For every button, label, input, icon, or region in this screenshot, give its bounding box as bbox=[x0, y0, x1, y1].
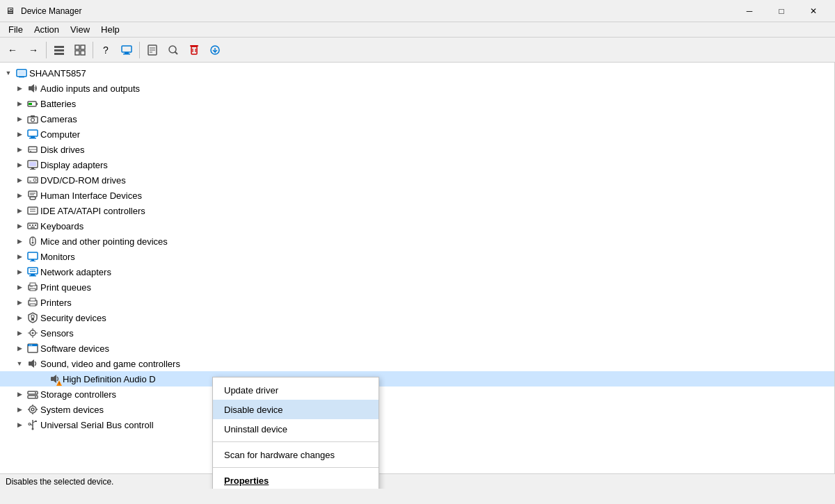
toolbar-back[interactable]: ← bbox=[3, 40, 22, 60]
tree-usb-expand[interactable] bbox=[14, 419, 25, 430]
tree-item-cameras[interactable]: Cameras bbox=[0, 111, 834, 127]
tree-software-label: Software devices bbox=[40, 343, 109, 354]
context-menu-properties[interactable]: Properties bbox=[213, 471, 379, 489]
tree-computer-label: Computer bbox=[40, 129, 80, 140]
tree-root-icon bbox=[16, 67, 27, 79]
tree-item-keyboards[interactable]: Keyboards bbox=[0, 218, 834, 234]
tree-audio-expand[interactable] bbox=[14, 83, 25, 94]
tree-dvd-expand[interactable] bbox=[14, 174, 25, 186]
svg-rect-64 bbox=[28, 268, 38, 274]
svg-rect-63 bbox=[30, 261, 35, 261]
tree-display-expand[interactable] bbox=[14, 159, 25, 170]
svg-rect-75 bbox=[30, 304, 35, 306]
toolbar-forward[interactable]: → bbox=[24, 40, 43, 60]
tree-dvd-icon bbox=[27, 174, 38, 186]
tree-item-network[interactable]: Network adapters bbox=[0, 264, 834, 279]
tree-display-label: Display adapters bbox=[40, 160, 108, 170]
context-menu-update-driver[interactable]: Update driver bbox=[213, 380, 379, 400]
tree-network-expand[interactable] bbox=[14, 266, 25, 277]
menu-view[interactable]: View bbox=[65, 23, 95, 36]
toolbar-show-hide[interactable] bbox=[49, 40, 69, 60]
tree-sensors-expand[interactable] bbox=[14, 327, 25, 339]
context-menu-scan-hardware[interactable]: Scan for hardware changes bbox=[213, 445, 379, 464]
svg-rect-32 bbox=[31, 115, 35, 117]
tree-computer-expand[interactable] bbox=[14, 129, 25, 140]
context-menu: Update driver Disable device Uninstall d… bbox=[212, 377, 379, 489]
tree-software-icon bbox=[27, 343, 38, 354]
tree-keyboards-expand[interactable] bbox=[14, 220, 25, 231]
tree-item-security[interactable]: Security devices bbox=[0, 310, 834, 325]
svg-rect-46 bbox=[29, 191, 37, 197]
tree-item-ide[interactable]: IDE ATA/ATAPI controllers bbox=[0, 203, 834, 218]
tree-item-software[interactable]: Software devices bbox=[0, 341, 834, 356]
maximize-button[interactable]: □ bbox=[765, 0, 797, 22]
tree-item-mice[interactable]: Mice and other pointing devices bbox=[0, 234, 834, 249]
svg-rect-30 bbox=[28, 117, 38, 123]
tree-root-expand[interactable] bbox=[3, 67, 14, 79]
tree-mice-expand[interactable] bbox=[14, 236, 25, 247]
tree-item-sound[interactable]: Sound, video and game controllers bbox=[0, 356, 834, 371]
tree-item-disk-drives[interactable]: Disk drives bbox=[0, 142, 834, 157]
minimize-button[interactable]: ─ bbox=[733, 0, 765, 22]
toolbar-scan[interactable] bbox=[164, 40, 183, 60]
menu-action[interactable]: Action bbox=[29, 23, 65, 36]
tree-sound-label: Sound, video and game controllers bbox=[40, 359, 180, 369]
tree-monitors-icon bbox=[27, 251, 38, 262]
tree-item-hid[interactable]: Human Interface Devices bbox=[0, 188, 834, 203]
tree-ide-expand[interactable] bbox=[14, 205, 25, 216]
toolbar-computer[interactable] bbox=[117, 40, 136, 60]
tree-item-computer[interactable]: Computer bbox=[0, 127, 834, 142]
tree-cameras-expand[interactable] bbox=[14, 113, 25, 124]
svg-rect-23 bbox=[18, 71, 25, 75]
menu-help[interactable]: Help bbox=[95, 23, 125, 36]
svg-point-85 bbox=[29, 345, 31, 346]
tree-item-printers[interactable]: Printers bbox=[0, 295, 834, 310]
tree-item-monitors[interactable]: Monitors bbox=[0, 249, 834, 264]
toolbar-remove[interactable] bbox=[184, 40, 204, 60]
tree-printers-expand[interactable] bbox=[14, 297, 25, 308]
tree-batteries-expand[interactable] bbox=[14, 98, 25, 109]
toolbar-help[interactable]: ? bbox=[96, 40, 116, 60]
tree-item-audio[interactable]: Audio inputs and outputs bbox=[0, 81, 834, 96]
svg-rect-24 bbox=[19, 76, 24, 78]
tree-hid-expand[interactable] bbox=[14, 190, 25, 201]
svg-rect-25 bbox=[29, 86, 31, 90]
context-menu-disable-device[interactable]: Disable device bbox=[213, 400, 379, 419]
tree-computer-icon bbox=[27, 129, 38, 140]
tree-item-usb[interactable]: Universal Serial Bus controll bbox=[0, 417, 834, 432]
toolbar-update[interactable] bbox=[205, 40, 225, 60]
tree-root[interactable]: SHAANT5857 bbox=[0, 65, 834, 81]
tree-item-storage[interactable]: Storage controllers bbox=[0, 387, 834, 402]
toolbar-properties[interactable] bbox=[143, 40, 162, 60]
tree-sound-expand[interactable] bbox=[14, 358, 25, 369]
tree-item-batteries[interactable]: Batteries bbox=[0, 96, 834, 111]
svg-rect-57 bbox=[31, 227, 35, 228]
svg-rect-0 bbox=[54, 46, 64, 48]
tree-hd-audio-icon: ! bbox=[49, 373, 61, 384]
close-button[interactable]: ✕ bbox=[797, 0, 829, 22]
tree-item-system[interactable]: System devices bbox=[0, 402, 834, 417]
tree-security-expand[interactable] bbox=[14, 312, 25, 323]
tree-item-dvd[interactable]: DVD/CD-ROM drives bbox=[0, 172, 834, 188]
tree-disk-expand[interactable] bbox=[14, 144, 25, 155]
tree-item-print-queues[interactable]: Print queues bbox=[0, 279, 834, 295]
context-menu-uninstall-device[interactable]: Uninstall device bbox=[213, 419, 379, 439]
title-bar-controls: ─ □ ✕ bbox=[733, 0, 829, 22]
tree-storage-expand[interactable] bbox=[14, 389, 25, 400]
tree-print-queues-expand[interactable] bbox=[14, 282, 25, 293]
tree-keyboards-icon bbox=[27, 220, 38, 231]
svg-rect-61 bbox=[28, 252, 38, 259]
toolbar-sep-2 bbox=[93, 42, 93, 58]
tree-software-expand[interactable] bbox=[14, 343, 25, 354]
tree-monitors-expand[interactable] bbox=[14, 251, 25, 262]
svg-rect-7 bbox=[122, 46, 132, 52]
tree-network-label: Network adapters bbox=[40, 267, 111, 277]
tree-view[interactable]: SHAANT5857 Audio inputs and outputs Batt… bbox=[0, 63, 835, 489]
tree-item-hd-audio[interactable]: ! High Definition Audio D bbox=[0, 371, 834, 387]
tree-item-sensors[interactable]: Sensors bbox=[0, 325, 834, 341]
tree-item-display[interactable]: Display adapters bbox=[0, 157, 834, 172]
tree-system-expand[interactable] bbox=[14, 404, 25, 415]
tree-sound-icon bbox=[27, 358, 38, 369]
toolbar-grid[interactable] bbox=[70, 40, 90, 60]
menu-file[interactable]: File bbox=[3, 23, 29, 36]
